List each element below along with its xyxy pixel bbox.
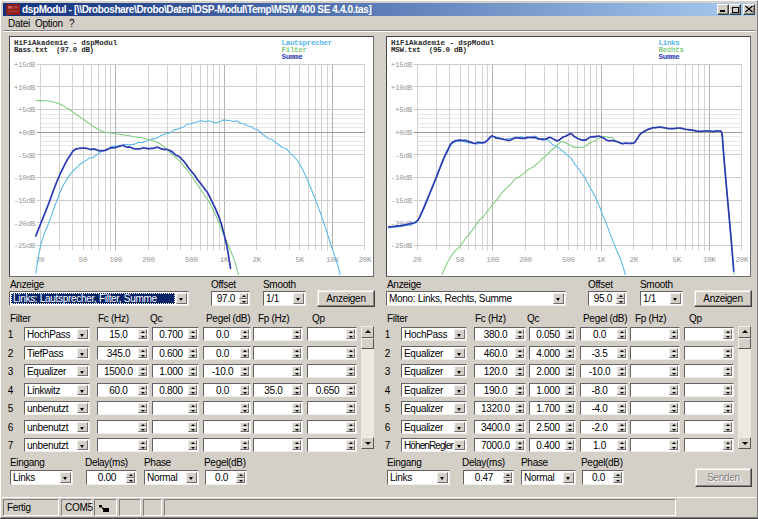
- svg-text:100: 100: [486, 256, 500, 264]
- svg-text:5K: 5K: [296, 256, 305, 264]
- svg-text:+10dB: +10dB: [391, 84, 413, 92]
- svg-text:2K: 2K: [629, 256, 638, 264]
- svg-text:10K: 10K: [703, 256, 717, 264]
- svg-text:5K: 5K: [673, 256, 682, 264]
- svg-text:-10dB: -10dB: [14, 174, 36, 182]
- svg-text:100: 100: [109, 256, 123, 264]
- svg-text:1K: 1K: [597, 256, 606, 264]
- svg-text:10K: 10K: [326, 256, 340, 264]
- svg-text:200: 200: [142, 256, 156, 264]
- svg-text:-10dB: -10dB: [391, 174, 413, 182]
- svg-text:-15dB: -15dB: [14, 197, 36, 205]
- svg-text:-5dB: -5dB: [18, 152, 36, 160]
- svg-text:+15dB: +15dB: [391, 61, 413, 69]
- svg-text:-5dB: -5dB: [395, 152, 413, 160]
- svg-text:+0dB: +0dB: [395, 129, 413, 137]
- svg-text:500: 500: [185, 256, 199, 264]
- svg-text:+15dB: +15dB: [14, 61, 36, 69]
- svg-text:+5dB: +5dB: [395, 106, 413, 114]
- svg-text:MSW.txt (95.0 dB): MSW.txt (95.0 dB): [391, 46, 467, 54]
- svg-text:Summe: Summe: [659, 53, 681, 61]
- svg-text:2K: 2K: [252, 256, 261, 264]
- svg-text:1K: 1K: [220, 256, 229, 264]
- svg-text:20K: 20K: [359, 256, 372, 264]
- svg-text:50: 50: [456, 256, 465, 264]
- svg-text:-25dB: -25dB: [391, 242, 413, 250]
- svg-text:Bass.txt (97.0 dB): Bass.txt (97.0 dB): [14, 46, 94, 54]
- svg-text:500: 500: [562, 256, 576, 264]
- svg-text:+10dB: +10dB: [14, 84, 36, 92]
- svg-text:-20dB: -20dB: [14, 220, 36, 228]
- svg-text:Summe: Summe: [282, 53, 304, 61]
- svg-text:-25dB: -25dB: [14, 242, 36, 250]
- svg-text:200: 200: [519, 256, 533, 264]
- svg-text:50: 50: [79, 256, 88, 264]
- svg-text:+5dB: +5dB: [18, 106, 36, 114]
- svg-text:+0dB: +0dB: [18, 129, 36, 137]
- svg-text:20: 20: [413, 256, 422, 264]
- svg-text:20K: 20K: [736, 256, 749, 264]
- svg-text:-15dB: -15dB: [391, 197, 413, 205]
